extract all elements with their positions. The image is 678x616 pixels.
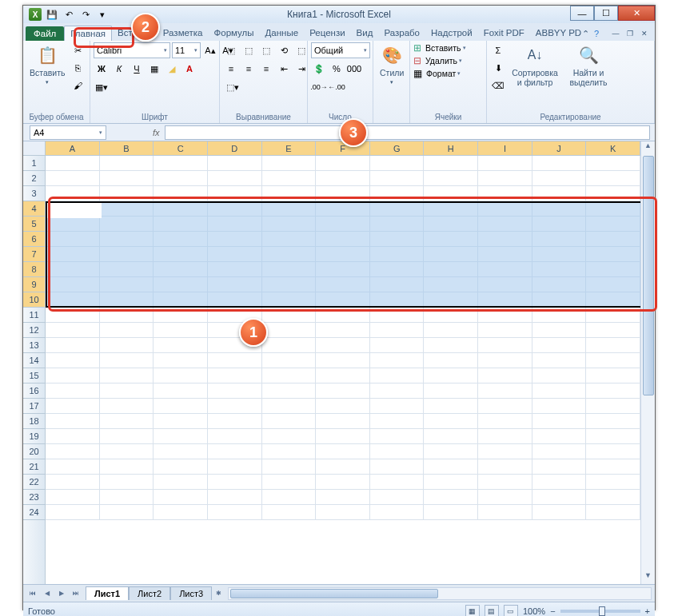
cell[interactable] xyxy=(316,338,370,353)
merge-icon[interactable]: ⬚▾ xyxy=(223,79,242,95)
cell[interactable] xyxy=(478,171,532,186)
cell[interactable] xyxy=(262,505,317,520)
cell[interactable] xyxy=(424,505,478,520)
cell[interactable] xyxy=(46,156,100,171)
cell[interactable] xyxy=(316,308,370,323)
cell[interactable] xyxy=(478,459,532,475)
cell[interactable] xyxy=(46,414,100,429)
find-select-button[interactable]: 🔍 Найти и выделить xyxy=(564,42,613,89)
cell[interactable] xyxy=(586,323,640,338)
fill-color-icon[interactable]: ◢ xyxy=(164,61,180,77)
cell[interactable] xyxy=(262,399,317,414)
cell[interactable] xyxy=(532,505,587,520)
cell[interactable] xyxy=(100,505,154,520)
column-headers[interactable]: ABCDEFGHIJK xyxy=(46,141,640,156)
fill-icon[interactable]: ⬇ xyxy=(490,60,506,76)
align-top-icon[interactable]: ⬚ xyxy=(223,42,239,58)
cell[interactable] xyxy=(424,414,478,429)
cell[interactable] xyxy=(262,186,317,201)
row-header[interactable]: 18 xyxy=(23,414,45,429)
cell[interactable] xyxy=(586,384,640,399)
cut-icon[interactable]: ✂ xyxy=(70,42,86,58)
fx-icon[interactable]: fx xyxy=(153,128,160,137)
cell[interactable] xyxy=(100,156,154,171)
cell[interactable] xyxy=(262,171,317,186)
cell[interactable] xyxy=(586,368,640,384)
vertical-scrollbar[interactable]: ▲ ▼ xyxy=(640,141,655,584)
border-icon[interactable]: ▦ xyxy=(146,61,162,77)
col-header[interactable]: K xyxy=(586,141,640,155)
cell[interactable] xyxy=(478,399,532,414)
cell[interactable] xyxy=(424,399,478,414)
cell[interactable] xyxy=(370,338,425,353)
col-header[interactable]: B xyxy=(100,141,154,155)
new-sheet-icon[interactable]: ✱ xyxy=(212,587,225,600)
cell[interactable] xyxy=(46,490,100,505)
tab-данные[interactable]: Данные xyxy=(260,26,305,41)
underline-icon[interactable]: Ч xyxy=(129,61,145,77)
tab-надстрой[interactable]: Надстрой xyxy=(425,26,478,41)
tab-разрабо[interactable]: Разрабо xyxy=(378,26,425,41)
cell[interactable] xyxy=(208,368,262,384)
cell[interactable] xyxy=(262,353,317,368)
row-header[interactable]: 12 xyxy=(23,323,45,338)
cell[interactable] xyxy=(46,475,100,490)
cell[interactable] xyxy=(424,156,478,171)
sort-filter-button[interactable]: A↓ Сортировка и фильтр xyxy=(508,42,562,89)
cell[interactable] xyxy=(586,171,640,186)
cell[interactable] xyxy=(478,475,532,490)
worksheet-grid[interactable]: ABCDEFGHIJK 1234567891011121314151617181… xyxy=(23,141,655,584)
cell[interactable] xyxy=(154,171,208,186)
cell[interactable] xyxy=(586,475,640,490)
row-header[interactable]: 14 xyxy=(23,353,45,368)
cell[interactable] xyxy=(100,171,154,186)
cell[interactable] xyxy=(370,353,425,368)
cell[interactable] xyxy=(100,384,154,399)
cell[interactable] xyxy=(46,444,100,459)
select-all-corner[interactable] xyxy=(23,141,46,156)
col-header[interactable]: E xyxy=(262,141,317,155)
cell[interactable] xyxy=(478,156,532,171)
tab-формулы[interactable]: Формулы xyxy=(209,26,260,41)
cell[interactable] xyxy=(586,444,640,459)
row-header[interactable]: 15 xyxy=(23,368,45,384)
row-header[interactable]: 11 xyxy=(23,308,45,323)
row-header[interactable]: 7 xyxy=(23,247,45,262)
cell[interactable] xyxy=(262,384,317,399)
maximize-button[interactable]: ☐ xyxy=(594,6,618,21)
cell[interactable] xyxy=(154,338,208,353)
decrease-decimal-icon[interactable]: ←.00 xyxy=(329,79,345,95)
sheet-last-icon[interactable]: ⏭ xyxy=(70,587,82,600)
cell[interactable] xyxy=(46,399,100,414)
sheet-next-icon[interactable]: ▶ xyxy=(55,587,68,600)
cell[interactable] xyxy=(424,475,478,490)
cell[interactable] xyxy=(316,384,370,399)
cell[interactable] xyxy=(208,186,262,201)
cell[interactable] xyxy=(262,444,317,459)
row-header[interactable]: 21 xyxy=(23,459,45,475)
align-bottom-icon[interactable]: ⬚ xyxy=(258,42,274,58)
cell[interactable] xyxy=(262,156,317,171)
row-header[interactable]: 4 xyxy=(23,201,45,217)
cell[interactable] xyxy=(100,338,154,353)
grow-font-icon[interactable]: A▴ xyxy=(202,42,218,58)
cell[interactable] xyxy=(154,459,208,475)
sheet-tab[interactable]: Лист2 xyxy=(129,586,170,600)
row-header[interactable]: 17 xyxy=(23,399,45,414)
row-header[interactable]: 1 xyxy=(23,156,45,171)
italic-icon[interactable]: К xyxy=(111,61,127,77)
cell[interactable] xyxy=(46,338,100,353)
cell[interactable] xyxy=(424,171,478,186)
cell[interactable] xyxy=(424,490,478,505)
border-more-icon[interactable]: ▦▾ xyxy=(94,79,110,95)
cell[interactable] xyxy=(262,414,317,429)
cell[interactable] xyxy=(532,490,587,505)
row-header[interactable]: 20 xyxy=(23,444,45,459)
cell[interactable] xyxy=(316,186,370,201)
cell[interactable] xyxy=(370,323,425,338)
page-layout-view-icon[interactable]: ▤ xyxy=(485,605,499,617)
cell[interactable] xyxy=(532,308,587,323)
row-header[interactable]: 19 xyxy=(23,429,45,444)
cell[interactable] xyxy=(370,490,425,505)
copy-icon[interactable]: ⎘ xyxy=(70,60,86,76)
